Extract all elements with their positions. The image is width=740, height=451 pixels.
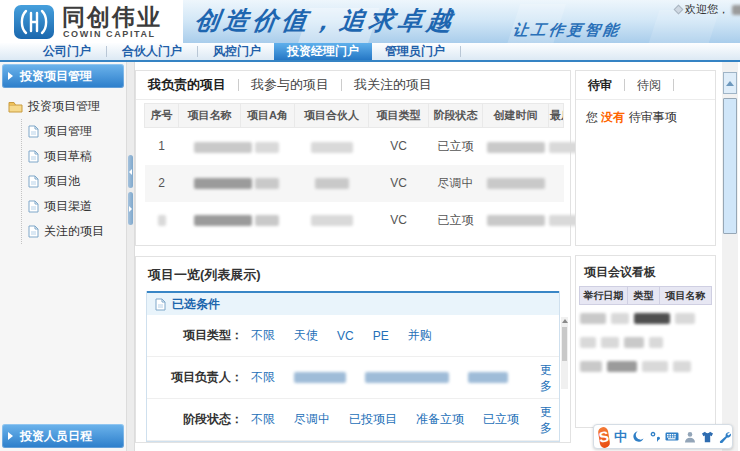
filter-option[interactable]: 尽调中 <box>294 411 330 428</box>
col-header-meeting-type[interactable]: 类型 <box>628 287 660 305</box>
sogou-logo-icon[interactable]: S <box>597 426 610 448</box>
scrollbar-thumb[interactable] <box>723 98 737 234</box>
sidebar-splitter[interactable] <box>126 62 135 451</box>
sidebar-item-project-draft[interactable]: 项目草稿 <box>22 144 126 169</box>
punctuation-icon[interactable] <box>650 431 660 443</box>
meeting-row-blurred[interactable] <box>580 313 711 324</box>
meeting-row-blurred[interactable] <box>580 337 711 348</box>
filter-options: 不限 <box>243 369 508 386</box>
col-header-meeting-project[interactable]: 项目名称 <box>660 287 712 305</box>
filter-option[interactable]: 不限 <box>251 327 275 344</box>
col-header-modified[interactable]: 最后修改时间 <box>549 104 564 128</box>
tab-my-participated-projects[interactable]: 我参与的项目 <box>251 76 329 94</box>
expand-right-handle[interactable] <box>128 192 133 225</box>
owner-option-blurred[interactable] <box>294 372 346 383</box>
folder-icon <box>8 101 23 113</box>
more-link[interactable]: 更多 <box>539 404 553 436</box>
cell-type: VC <box>369 165 429 202</box>
col-header-type[interactable]: 项目类型 <box>369 104 429 128</box>
nav-item-risk[interactable]: 风控门户 <box>200 43 274 60</box>
cell-index: 2 <box>145 165 179 202</box>
inner-scrollbar[interactable] <box>561 317 568 389</box>
scrollbar-thumb <box>562 327 567 361</box>
more-link[interactable]: 更多 <box>539 362 553 394</box>
chevron-left-icon <box>129 169 132 175</box>
sidebar-item-project-channel[interactable]: 项目渠道 <box>22 194 126 219</box>
todo-message: 您 没有 待审事项 <box>576 100 715 135</box>
col-header-index[interactable]: 序号 <box>145 104 179 128</box>
tab-separator <box>673 79 674 91</box>
sidebar-item-followed-projects[interactable]: 关注的项目 <box>22 219 126 244</box>
cell-modified-empty <box>549 165 564 202</box>
table-row[interactable]: VC 已立项 <box>145 202 564 239</box>
sidebar-item-label: 项目管理 <box>44 123 92 140</box>
filter-option[interactable]: 不限 <box>251 411 275 428</box>
cell-name-blurred <box>179 165 295 202</box>
col-header-created[interactable]: 创建时间 <box>483 104 549 128</box>
owner-option-blurred[interactable] <box>468 372 508 383</box>
nav-item-company[interactable]: 公司门户 <box>30 43 104 60</box>
nav-item-investment-manager[interactable]: 投资经理门户 <box>274 43 372 60</box>
filter-option[interactable]: VC <box>337 329 354 343</box>
sidebar-header-project-mgmt[interactable]: 投资项目管理 <box>2 64 124 88</box>
meeting-row-blurred[interactable] <box>580 361 711 372</box>
sidebar-footer-investor-schedule[interactable]: 投资人员日程 <box>2 424 124 448</box>
nav-item-partner[interactable]: 合伙人门户 <box>109 43 195 60</box>
scroll-up-button[interactable] <box>723 72 737 94</box>
filter-option[interactable]: 并购 <box>408 327 432 344</box>
filter-option[interactable]: 准备立项 <box>416 411 464 428</box>
table-row[interactable]: 2 VC 尽调中 <box>145 165 564 202</box>
chevron-right-icon <box>8 432 13 440</box>
user-icon[interactable] <box>684 431 696 443</box>
sidebar-item-label: 项目草稿 <box>44 148 92 165</box>
collapse-left-handle[interactable] <box>128 155 133 188</box>
filter-option[interactable]: 不限 <box>251 369 275 386</box>
tab-pending-read[interactable]: 待阅 <box>637 77 661 94</box>
logo-glyph <box>14 5 54 39</box>
col-header-meeting-date[interactable]: 举行日期 <box>580 287 628 305</box>
cell-name-blurred <box>179 202 295 239</box>
filter-option[interactable]: 天使 <box>294 327 318 344</box>
brand-name-en: COWIN CAPITAL <box>63 29 156 39</box>
skin-shirt-icon[interactable] <box>701 431 714 443</box>
filter-row-project-type: 项目类型： 不限 天使 VC PE 并购 <box>147 315 559 357</box>
tree-root-project-mgmt[interactable]: 投资项目管理 <box>0 92 126 119</box>
projects-tabs: 我负责的项目 我参与的项目 我关注的项目 <box>136 71 570 100</box>
cell-status: 尽调中 <box>429 165 483 202</box>
tree-children: 项目管理 项目草稿 项目池 <box>21 119 126 244</box>
filter-option[interactable]: PE <box>373 329 389 343</box>
sidebar-item-project-pool[interactable]: 项目池 <box>22 169 126 194</box>
nav-separator <box>460 46 461 57</box>
table-row[interactable]: 1 VC 已立项 <box>145 128 564 165</box>
tab-my-followed-projects[interactable]: 我关注的项目 <box>354 76 432 94</box>
tab-pending-review[interactable]: 待审 <box>588 77 612 94</box>
scroll-up-arrow-icon <box>562 319 568 323</box>
document-icon <box>28 200 39 213</box>
slogan-sub: 让工作更智能 <box>512 21 623 40</box>
wrench-tools-icon[interactable] <box>719 431 731 443</box>
sidebar-tree: 投资项目管理 项目管理 项目草稿 <box>0 92 126 244</box>
filter-option[interactable]: 已投项目 <box>349 411 397 428</box>
sidebar-item-project-manage[interactable]: 项目管理 <box>22 119 126 144</box>
sidebar-item-label: 项目渠道 <box>44 198 92 215</box>
keyboard-icon[interactable] <box>665 431 679 442</box>
filter-option[interactable]: 已立项 <box>483 411 519 428</box>
cowin-logo-icon[interactable] <box>14 5 54 39</box>
col-header-role-a[interactable]: 项目A角 <box>241 104 295 128</box>
chinese-mode-icon[interactable]: 中 <box>614 428 627 446</box>
selected-conditions-panel: 已选条件 项目类型： 不限 天使 VC PE 并购 项目负责人： 不限 <box>146 291 560 442</box>
col-header-stage[interactable]: 阶段状态 <box>429 104 483 128</box>
todo-message-suffix: 待审事项 <box>625 110 676 124</box>
tab-my-responsible-projects[interactable]: 我负责的项目 <box>148 76 226 94</box>
filter-row-stage-status: 阶段状态： 不限 尽调中 已投项目 准备立项 已立项 更多 <box>147 399 559 441</box>
sidebar-header-label: 投资项目管理 <box>20 68 92 85</box>
page-scrollbar[interactable] <box>722 62 738 451</box>
moon-icon[interactable] <box>632 430 645 443</box>
app-window: 同创伟业 COWIN CAPITAL 创造价值，追求卓越 让工作更智能 欢迎您，… <box>0 0 740 451</box>
filter-label: 项目类型： <box>147 327 243 344</box>
filter-options: 不限 天使 VC PE 并购 <box>243 327 432 344</box>
nav-item-admin[interactable]: 管理员门户 <box>372 43 458 60</box>
col-header-project-name[interactable]: 项目名称 <box>179 104 241 128</box>
owner-option-blurred[interactable] <box>365 372 449 383</box>
col-header-partner[interactable]: 项目合伙人 <box>295 104 369 128</box>
